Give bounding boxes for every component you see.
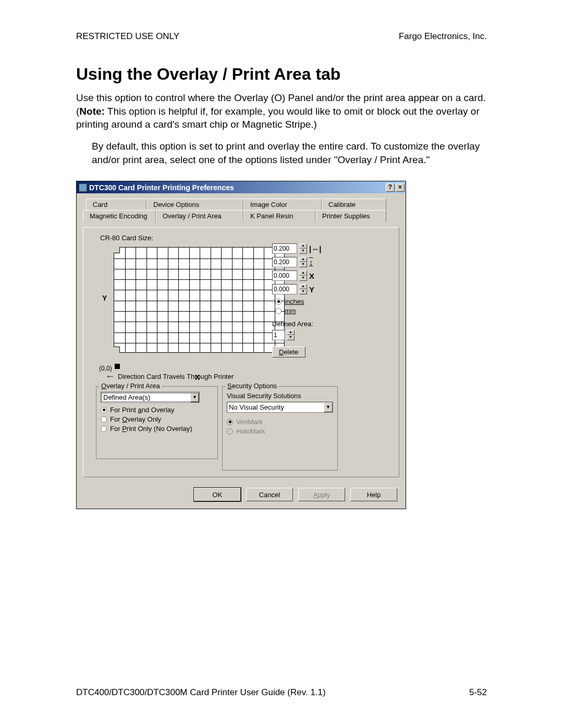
radio-dot [275,299,282,305]
width-icon: |↔| [309,244,321,253]
spinner-x: ▲▼ X [272,270,361,281]
spinner-height: ▲▼ ↕ [272,257,361,267]
vss-label: Visual Security Solutions [227,392,333,400]
security-group-title: Security Options [226,382,278,390]
delete-button[interactable]: Delete [272,347,305,357]
spin-up[interactable]: ▲ [299,284,307,289]
spin-down[interactable]: ▼ [299,262,307,267]
radio-inches[interactable]: inches [275,298,361,305]
defined-area-label: Defined Area: [272,320,361,328]
x-input[interactable] [272,270,297,281]
radio-mm[interactable]: mm [275,307,361,315]
help-icon[interactable]: ? [386,183,395,192]
overlay-group-title: Overlay / Print Area [100,382,162,390]
overlay-combo[interactable]: Defined Area(s) ▼ [101,392,200,403]
spin-down[interactable]: ▼ [299,249,307,254]
mm-label: mm [285,307,296,315]
spinner-y: ▲▼ Y [272,284,361,294]
y-axis-label: Y [102,294,107,302]
doc-header: RESTRICTED USE ONLY Fargo Electronics, I… [76,31,487,42]
direction-label: Direction Card Travels Through Printer [118,373,234,380]
opt1: For Print and Overlay [110,406,175,414]
holomark-label: HoloMark [236,427,265,435]
spin-down[interactable]: ▼ [287,335,295,340]
dimension-spinners: ▲▼ |↔| ▲▼ ↕ ▲▼ X ▲▼ Y [272,243,361,357]
help-button[interactable]: Help [350,488,397,501]
cancel-button[interactable]: Cancel [246,488,293,501]
height-icon: ↕ [309,258,313,267]
page-title: Using the Overlay / Print Area tab [76,65,487,84]
overlay-groupbox: Overlay / Print Area Defined Area(s) ▼ F… [96,386,218,459]
tab-overlay-print-area[interactable]: Overlay / Print Area [156,210,243,222]
tab-image-color[interactable]: Image Color [243,199,322,210]
security-combo[interactable]: No Visual Security ▼ [227,402,333,413]
radio-overlay-only[interactable]: For Overlay Only [101,415,213,423]
radio-holomark: HoloMark [227,427,333,435]
arrow-left-icon: ← [105,371,115,382]
card-size-label: CR-80 Card Size: [100,234,153,242]
opt2: For Overlay Only [110,415,161,423]
direction-row: ← Direction Card Travels Through Printer [105,371,234,382]
opt3: For Print Only (No Overlay) [110,425,192,433]
header-left: RESTRICTED USE ONLY [76,31,179,42]
spin-down[interactable]: ▼ [299,289,307,294]
para1-note: Note: [79,106,105,117]
footer-right: 5-52 [469,687,487,698]
tab-printer-supplies[interactable]: Printer Supplies [315,210,386,222]
tab-k-panel-resin[interactable]: K Panel Resin [243,210,315,222]
doc-footer: DTC400/DTC300/DTC300M Card Printer User … [76,687,487,698]
card-preview-grid[interactable] [114,247,285,353]
footer-left: DTC400/DTC300/DTC300M Card Printer User … [76,687,326,698]
radio-print-and-overlay[interactable]: For Print and Overlay [101,406,213,414]
close-icon[interactable]: × [396,183,405,192]
tab-device-options[interactable]: Device Options [146,199,243,210]
dialog-title: DTC300 Card Printer Printing Preferences [89,183,234,192]
inches-label: inches [285,298,304,305]
x-icon: X [309,272,314,280]
radio-print-only[interactable]: For Print Only (No Overlay) [101,425,213,433]
tab-panel: CR-80 Card Size: Y (0,0) X ▲▼ |↔| [83,227,399,477]
dialog-button-row: OK Cancel Apply Help [77,483,406,509]
tab-magnetic-encoding[interactable]: Magnetic Encoding [83,210,156,222]
verimark-label: VeriMark [236,418,263,426]
spin-up[interactable]: ▲ [287,330,295,335]
radio-verimark: VeriMark [227,418,333,426]
app-icon [79,183,87,192]
security-groupbox: Security Options Visual Security Solutio… [222,386,338,471]
tab-card[interactable]: Card [86,199,146,210]
spinner-width: ▲▼ |↔| [272,243,361,254]
overlay-combo-value: Defined Area(s) [103,393,150,401]
header-right: Fargo Electronics, Inc. [399,31,487,42]
chevron-down-icon: ▼ [324,402,333,412]
security-combo-value: No Visual Security [229,403,284,411]
chevron-down-icon: ▼ [190,392,199,402]
defined-area-input[interactable] [272,330,285,340]
ok-button[interactable]: OK [194,488,241,501]
spin-up[interactable]: ▲ [299,257,307,262]
width-input[interactable] [272,243,297,254]
y-icon: Y [309,285,314,294]
tab-calibrate[interactable]: Calibrate [322,199,386,210]
spin-up[interactable]: ▲ [299,243,307,249]
y-input[interactable] [272,284,297,294]
apply-button: Apply [298,488,345,501]
titlebar: DTC300 Card Printer Printing Preferences… [77,181,406,193]
tab-strip: Card Device Options Image Color Calibrat… [83,199,399,226]
preferences-dialog: DTC300 Card Printer Printing Preferences… [76,181,406,509]
radio-dot [275,308,282,314]
origin-marker [115,364,120,369]
height-input[interactable] [272,257,297,267]
spin-up[interactable]: ▲ [299,270,307,276]
delete-rest: elete [284,348,298,356]
indent-paragraph: By default, this option is set to print … [92,140,487,166]
spin-down[interactable]: ▼ [299,276,307,281]
intro-paragraph: Use this option to control where the Ove… [76,91,487,131]
para1b: This option is helpful if, for example, … [76,106,480,130]
